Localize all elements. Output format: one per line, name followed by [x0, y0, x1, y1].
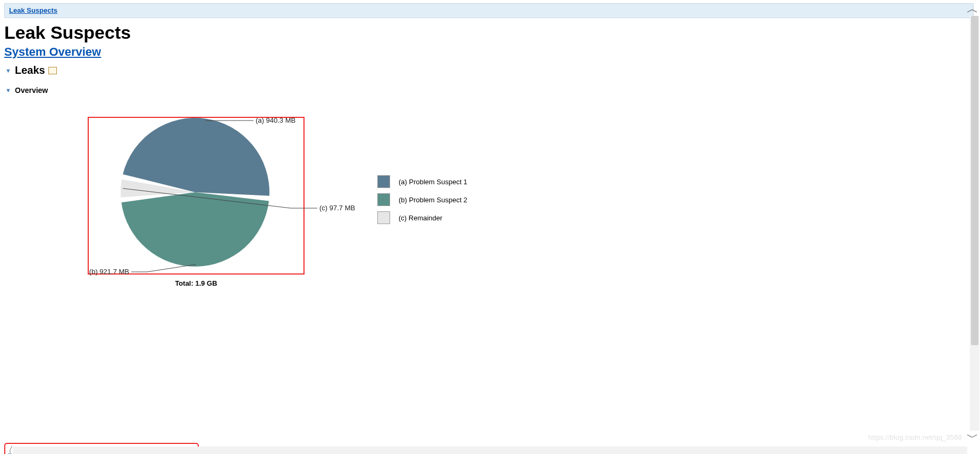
- legend-label-b: (b) Problem Suspect 2: [399, 196, 467, 204]
- legend-label-c: (c) Remainder: [399, 214, 442, 222]
- chart-area: (a) 940.3 MB(b) 921.7 MB(c) 97.7 MB Tota…: [88, 117, 980, 297]
- legend-item-c: (c) Remainder: [377, 211, 467, 224]
- section-leaks-heading: Leaks: [15, 64, 45, 76]
- report-icon: [48, 67, 57, 74]
- breadcrumb: Leak Suspects: [4, 3, 974, 18]
- legend-swatch-c: [377, 211, 390, 224]
- system-overview-link[interactable]: System Overview: [4, 45, 101, 58]
- horizontal-scrollbar[interactable]: [13, 447, 967, 454]
- chevron-down-icon: [5, 87, 13, 93]
- system-overview-heading: System Overview: [4, 45, 980, 59]
- legend-swatch-b: [377, 193, 390, 206]
- scroll-up-button[interactable]: ︿: [967, 4, 978, 14]
- svg-text:(c)  97.7 MB: (c) 97.7 MB: [319, 204, 355, 212]
- page-title: Leak Suspects: [4, 22, 980, 43]
- section-leaks-row[interactable]: Leaks: [5, 64, 980, 76]
- chart-legend: (a) Problem Suspect 1 (b) Problem Suspec…: [377, 175, 467, 229]
- chart-total-label: Total: 1.9 GB: [88, 279, 305, 287]
- pie-chart: (a) 940.3 MB(b) 921.7 MB(c) 97.7 MB: [41, 91, 360, 304]
- viewport: Leak Suspects Leak Suspects System Overv…: [0, 3, 980, 454]
- watermark-text: https://blog.csdn.net/qq_3568: [868, 433, 962, 441]
- breadcrumb-link-leak-suspects[interactable]: Leak Suspects: [9, 6, 57, 14]
- legend-item-a: (a) Problem Suspect 1: [377, 175, 467, 188]
- scroll-left-button[interactable]: 〈: [2, 447, 14, 454]
- vertical-scrollbar[interactable]: [970, 16, 979, 431]
- legend-label-a: (a) Problem Suspect 1: [399, 178, 467, 186]
- vertical-scrollbar-thumb[interactable]: [971, 16, 978, 345]
- chevron-down-icon: [5, 67, 13, 74]
- svg-line-3: [147, 264, 196, 272]
- svg-text:(b)  921.7 MB: (b) 921.7 MB: [89, 268, 129, 276]
- chart-highlight-box: (a) 940.3 MB(b) 921.7 MB(c) 97.7 MB: [88, 117, 305, 275]
- legend-item-b: (b) Problem Suspect 2: [377, 193, 467, 206]
- scroll-down-button[interactable]: ﹀: [967, 433, 978, 442]
- legend-swatch-a: [377, 175, 390, 188]
- svg-text:(a)  940.3 MB: (a) 940.3 MB: [256, 116, 295, 124]
